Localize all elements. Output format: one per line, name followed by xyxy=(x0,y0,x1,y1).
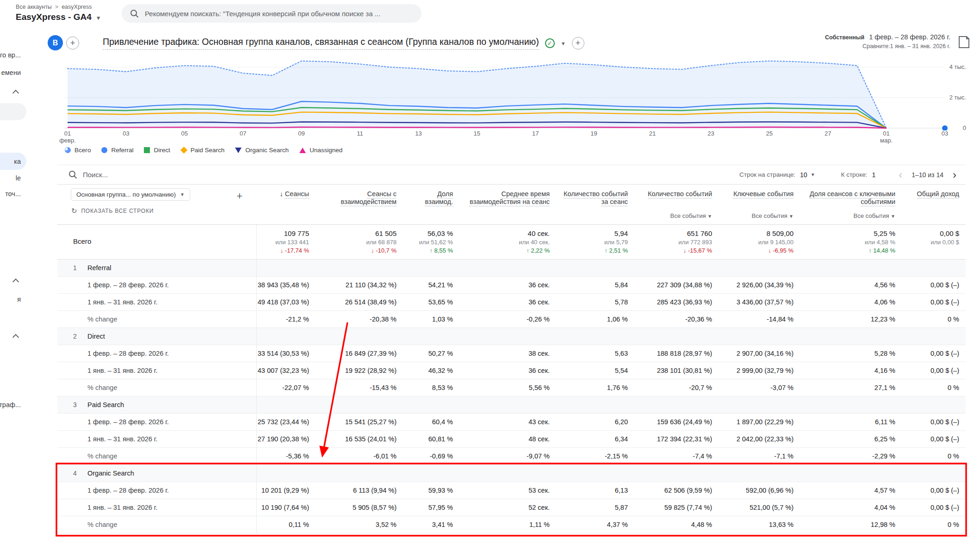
add-comparison-button[interactable]: + xyxy=(66,37,79,49)
metric-value: 1,76 % xyxy=(556,379,634,396)
next-page-button[interactable]: › xyxy=(953,170,956,179)
channel-group-row[interactable]: 4Organic Search xyxy=(57,464,966,482)
column-header[interactable]: Количество событийВсе события ▼ xyxy=(634,185,719,224)
page-title[interactable]: Привлечение трафика: Основная группа кан… xyxy=(103,37,539,50)
traffic-chart[interactable] xyxy=(64,52,948,130)
column-header[interactable]: ↓ Сеансы xyxy=(256,185,316,224)
metric-value: 0 % xyxy=(902,379,966,396)
legend-item[interactable]: Referral xyxy=(101,147,133,154)
x-axis-label: 27 xyxy=(809,130,846,137)
column-header[interactable]: Доля взаимод. xyxy=(403,185,459,224)
legend-item[interactable]: Всего xyxy=(65,147,91,154)
metric-value: 4,37 % xyxy=(556,516,634,533)
legend-item[interactable]: Unassigned xyxy=(299,147,342,154)
nav-item[interactable]: я xyxy=(17,296,21,303)
nav-item[interactable]: траф... xyxy=(0,401,21,408)
add-metric-button[interactable]: + xyxy=(572,37,584,49)
column-header[interactable]: Общий доход xyxy=(902,185,966,224)
x-axis-label: 21 xyxy=(634,130,671,137)
metric-value: 238 101 (30,81 %) xyxy=(634,362,719,379)
totals-change: ↓ -15,67 % xyxy=(634,247,712,254)
x-axis-label: 13 xyxy=(400,130,437,137)
metric-value: 46,32 % xyxy=(403,362,459,379)
prev-page-button[interactable]: ‹ xyxy=(899,170,902,179)
legend-marker-diamond xyxy=(180,147,187,154)
table-search-input[interactable]: Поиск... xyxy=(83,171,108,179)
group-row-filler xyxy=(256,259,966,276)
metric-value: 0,00 $ (–) xyxy=(902,499,966,516)
date-range-picker[interactable]: Собственный1 февр. – 28 февр. 2026 г. Ср… xyxy=(825,33,950,49)
totals-cell: 109 775или 133 441↓ -17,74 % xyxy=(256,224,316,259)
nav-item[interactable]: ого вр... xyxy=(0,51,21,59)
column-header[interactable]: Количество событий за сеанс xyxy=(556,185,634,224)
metric-value: 60,4 % xyxy=(403,413,459,430)
breadcrumb-current[interactable]: easyXpress xyxy=(62,4,92,10)
global-search-bar[interactable]: Рекомендуем поискать: "Тенденция конверс… xyxy=(122,4,422,23)
nav-pill-active[interactable]: ка xyxy=(0,153,26,170)
chevron-up-icon[interactable] xyxy=(12,278,19,285)
x-axis-label: 23 xyxy=(692,130,729,137)
event-filter-dropdown[interactable]: Все события ▼ xyxy=(854,212,895,220)
metric-value: -20,38 % xyxy=(316,310,403,328)
channel-group-row[interactable]: 1Referral xyxy=(57,259,966,276)
column-header-label: Общий доход xyxy=(917,190,959,198)
event-filter-dropdown[interactable]: Все события ▼ xyxy=(752,212,794,220)
metric-value: 49 418 (37,03 %) xyxy=(256,293,316,310)
legend-marker-square xyxy=(144,147,150,153)
totals-cell: 0,00 $или 0,00 $ xyxy=(902,224,966,259)
nav-item[interactable]: точ... xyxy=(5,190,21,198)
metric-value: 6,13 xyxy=(556,482,634,499)
legend-item[interactable]: Organic Search xyxy=(235,147,289,154)
add-dimension-button[interactable]: + xyxy=(236,190,242,202)
metric-value: 6,34 xyxy=(556,430,634,447)
legend-item[interactable]: Paid Search xyxy=(181,147,225,154)
rows-per-page-select[interactable]: 10 ▼ xyxy=(800,171,815,179)
breadcrumb-root[interactable]: Все аккаунты xyxy=(16,4,52,10)
column-header[interactable]: Ключевые событияВсе события ▼ xyxy=(719,185,800,224)
x-axis-label: 17 xyxy=(517,130,554,137)
totals-change: ↓ -10,7 % xyxy=(316,247,397,254)
date-range-type: Собственный xyxy=(825,34,864,41)
legend-label: Unassigned xyxy=(310,147,342,154)
insights-card-icon[interactable] xyxy=(958,36,970,49)
column-header-label: Количество событий за сеанс xyxy=(564,190,628,205)
chevron-up-icon[interactable] xyxy=(12,334,19,340)
nav-item[interactable]: емени xyxy=(1,69,21,76)
chevron-down-icon[interactable]: ▼ xyxy=(561,41,566,46)
dimension-selector[interactable]: Основная группа... по умолчанию) ▼ xyxy=(71,188,190,201)
column-header[interactable]: Сеансы с взаимодействием xyxy=(316,185,403,224)
nav-item[interactable]: le xyxy=(16,174,21,182)
event-filter-dropdown[interactable]: Все события ▼ xyxy=(670,212,712,220)
chevron-up-icon[interactable] xyxy=(12,90,19,96)
legend-label: Paid Search xyxy=(191,147,225,154)
metric-value: 53,65 % xyxy=(403,293,459,310)
account-switcher[interactable]: EasyXpress - GA4 ▼ xyxy=(16,12,101,22)
group-row-filler xyxy=(256,464,966,482)
left-nav: ого вр... емени ка le точ... я траф... xyxy=(0,30,26,538)
percent-change-label: % change xyxy=(57,447,256,464)
table-header-row: Основная группа... по умолчанию) ▼ + ↻ П… xyxy=(57,185,966,224)
totals-compare-value: или 5,79 xyxy=(556,239,628,246)
group-row-filler xyxy=(256,396,966,413)
metric-value: 16 535 (24,01 %) xyxy=(316,430,403,447)
channel-group-row[interactable]: 3Paid Search xyxy=(57,396,966,413)
column-header[interactable]: Среднее время взаимодействия на сеанс xyxy=(459,185,556,224)
period-label: 1 янв. – 31 янв. 2026 г. xyxy=(57,293,256,310)
chart-x-axis: 01февр.0305070911131517192123252701мар.0… xyxy=(0,130,980,146)
go-to-row-input[interactable]: 1 xyxy=(872,171,875,179)
totals-compare-value: или 0,00 $ xyxy=(902,239,959,246)
metric-value: 0,00 $ (–) xyxy=(902,413,966,430)
column-header[interactable]: Доля сеансов с ключевыми событиямиВсе со… xyxy=(800,185,902,224)
total-area xyxy=(68,61,887,128)
nav-pill[interactable] xyxy=(0,103,26,120)
column-header-label: Доля сеансов с ключевыми событиями xyxy=(810,190,895,205)
channel-group-row[interactable]: 2Direct xyxy=(57,328,966,345)
totals-change: ↑ 8,55 % xyxy=(403,247,453,254)
channel-group-name: 4Organic Search xyxy=(57,464,256,482)
avatar[interactable]: B xyxy=(48,35,63,50)
show-all-rows-button[interactable]: ↻ ПОКАЗАТЬ ВСЕ СТРОКИ xyxy=(71,207,250,215)
legend-item[interactable]: Direct xyxy=(144,147,170,154)
metric-value: 10 201 (9,29 %) xyxy=(256,482,316,499)
metric-value: 4,06 % xyxy=(800,293,902,310)
percent-change-label: % change xyxy=(57,516,256,533)
